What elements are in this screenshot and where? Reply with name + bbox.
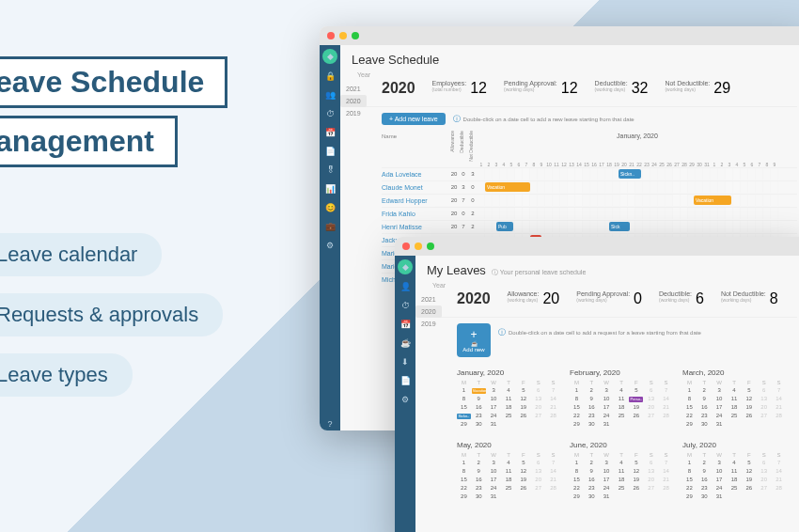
year-label: Year	[352, 71, 376, 78]
subtitle: ⓘ Your personal leave schedule	[492, 269, 586, 275]
year-option[interactable]: 2019	[415, 318, 442, 330]
app-sidebar: ◆ 👤 ⏱ 📅 ☕ ⬇ 📄 ⚙ ?	[395, 256, 415, 532]
add-new-button[interactable]: +☕Add new	[457, 323, 491, 357]
hint-text: Double-click on a date cell to add a req…	[498, 327, 701, 337]
app-sidebar: ◆ 🔒 👥 ⏱ 📅 📄 🎖 📊 😊 💼 ⚙ ?	[320, 45, 340, 430]
close-icon[interactable]	[327, 32, 335, 39]
employee-row[interactable]: Ada Lovelace2003Sickn..	[382, 167, 797, 180]
year-label: Year	[427, 282, 451, 289]
year-option-selected[interactable]: 2020	[415, 305, 442, 318]
mini-calendar[interactable]: June, 2020MTWTFSS12345678910111213141516…	[570, 441, 673, 500]
mini-calendar[interactable]: January, 2020MTWTFSS12Vacation3456789101…	[457, 368, 560, 428]
selected-year: 2020	[382, 80, 415, 97]
year-option[interactable]: 2021	[340, 83, 367, 95]
month-header: January, 2020	[478, 131, 797, 162]
calendar-icon[interactable]: 📅	[399, 318, 412, 331]
gear-icon[interactable]: ⚙	[399, 393, 412, 406]
minimize-icon[interactable]	[339, 32, 347, 39]
badge-icon[interactable]: 🎖	[323, 164, 337, 177]
logo-icon[interactable]: ◆	[398, 259, 413, 274]
people-icon[interactable]: 👥	[323, 88, 337, 102]
year-option[interactable]: 2021	[415, 293, 442, 305]
feature-pill: Requests & approvals	[0, 293, 223, 336]
name-header: Name	[382, 131, 449, 162]
hint-text: Double-click on a date cell to add a new…	[453, 114, 634, 124]
maximize-icon[interactable]	[352, 32, 359, 39]
mini-calendar[interactable]: March, 2020MTWTFSS1234567891011121314151…	[682, 368, 786, 428]
hero-title-2: anagement	[0, 116, 178, 167]
briefcase-icon[interactable]: 💼	[323, 220, 337, 233]
user-icon[interactable]: 👤	[399, 280, 412, 293]
selected-year: 2020	[457, 290, 491, 307]
mug-icon[interactable]: ☕	[399, 336, 412, 350]
titlebar[interactable]	[395, 237, 799, 256]
feature-pill: Leave types	[0, 353, 133, 397]
add-leave-button[interactable]: Add new leave	[382, 113, 446, 125]
mini-calendar[interactable]: July, 2020MTWTFSS12345678910111213141516…	[682, 441, 786, 500]
stats-row: 2020 Employees:(total number)12 Pending …	[352, 74, 797, 107]
calendar-icon[interactable]: 📅	[323, 126, 337, 139]
logo-icon[interactable]: ◆	[322, 49, 337, 64]
hero-title-1: eave Schedule	[0, 56, 227, 108]
download-icon[interactable]: ⬇	[399, 355, 412, 368]
mini-calendar[interactable]: February, 2020MTWTFSS123456789101112Pers…	[570, 368, 673, 428]
doc-icon[interactable]: 📄	[323, 145, 337, 158]
doc-icon[interactable]: 📄	[399, 374, 412, 387]
clock-icon[interactable]: ⏱	[323, 107, 337, 120]
employee-row[interactable]: Henri Matisse2072PubSick	[382, 220, 797, 233]
chart-icon[interactable]: 📊	[323, 182, 337, 196]
titlebar[interactable]	[320, 26, 799, 45]
year-option-selected[interactable]: 2020	[340, 95, 367, 107]
employee-row[interactable]: Claude Monet2030Vacation	[382, 180, 797, 194]
year-option[interactable]: 2019	[340, 107, 367, 119]
lock-icon[interactable]: 🔒	[323, 70, 337, 83]
employee-row[interactable]: Frida Kahlo2002	[382, 207, 797, 220]
maximize-icon[interactable]	[427, 243, 434, 250]
close-icon[interactable]	[402, 243, 410, 250]
minimize-icon[interactable]	[415, 243, 422, 250]
help-icon[interactable]: ?	[323, 417, 337, 430]
feature-pill: Leave calendar	[0, 233, 162, 276]
mini-calendar[interactable]: May, 2020MTWTFSS123456789101112131415161…	[457, 441, 560, 500]
employee-row[interactable]: Edward Hopper2070Vacation	[382, 194, 797, 207]
my-leaves-window: ◆ 👤 ⏱ 📅 ☕ ⬇ 📄 ⚙ ? My Leavesⓘ Your person…	[395, 237, 799, 532]
stats-row: 2020 Allowance:(working days)20 Pending …	[427, 285, 797, 318]
page-title: My Leavesⓘ Your personal leave schedule	[427, 263, 797, 277]
page-title: Leave Schedule	[352, 53, 797, 67]
emoji-icon[interactable]: 😊	[323, 201, 337, 214]
clock-icon[interactable]: ⏱	[399, 299, 412, 312]
gear-icon[interactable]: ⚙	[323, 239, 337, 252]
hero-panel: eave Schedule anagement Leave calendar R…	[0, 56, 227, 414]
